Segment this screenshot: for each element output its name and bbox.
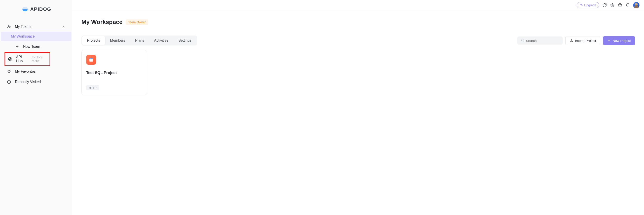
tabs: Projects Members Plans Activities Settin…: [82, 36, 197, 46]
svg-point-8: [521, 39, 523, 41]
project-icon: [86, 55, 96, 65]
tab-members[interactable]: Members: [105, 36, 130, 45]
search-box[interactable]: [517, 37, 562, 45]
sidebar-item-favorites[interactable]: My Favorites: [2, 67, 70, 77]
project-name: Test SQL Project: [86, 71, 142, 75]
new-team-label: New Team: [23, 45, 40, 49]
sidebar-item-recent[interactable]: Recently Visited: [2, 77, 70, 87]
main: Upgrade: [72, 0, 644, 215]
logo-icon: [21, 7, 29, 12]
svg-point-5: [612, 5, 613, 6]
sidebar-item-api-hub[interactable]: API Hub Explore More: [4, 52, 50, 66]
api-hub-hint: Explore More: [32, 56, 47, 63]
star-icon: [7, 69, 11, 74]
compass-icon: [8, 57, 12, 61]
new-project-button[interactable]: New Project: [603, 36, 635, 45]
sidebar-my-teams[interactable]: My Teams: [2, 22, 70, 31]
help-icon[interactable]: [618, 3, 622, 8]
sidebar-item-new-team[interactable]: New Team: [2, 42, 70, 52]
topbar: Upgrade: [72, 0, 644, 11]
people-icon: [7, 25, 11, 29]
tab-settings[interactable]: Settings: [174, 36, 196, 45]
logo[interactable]: APIDOG: [0, 6, 72, 12]
plus-icon: [15, 44, 20, 49]
owner-badge: Team Owner: [126, 20, 148, 25]
recent-label: Recently Visited: [15, 80, 41, 84]
favorites-label: My Favorites: [15, 70, 36, 74]
sidebar-item-workspace[interactable]: My Workspace: [1, 32, 72, 41]
svg-point-2: [10, 26, 10, 27]
svg-rect-11: [90, 58, 90, 59]
sidebar: APIDOG My Teams M: [0, 0, 72, 215]
upgrade-button[interactable]: Upgrade: [576, 2, 599, 8]
workspace-label: My Workspace: [11, 34, 35, 39]
svg-point-1: [8, 25, 9, 27]
api-hub-label: API Hub: [16, 55, 27, 63]
svg-point-3: [8, 58, 12, 61]
tab-plans[interactable]: Plans: [130, 36, 149, 45]
tab-activities[interactable]: Activities: [149, 36, 174, 45]
new-project-label: New Project: [612, 39, 631, 43]
clock-icon: [7, 80, 11, 84]
project-card[interactable]: Test SQL Project HTTP: [82, 50, 147, 95]
page-title: My Workspace: [82, 19, 122, 26]
plus-icon: [607, 39, 611, 43]
avatar[interactable]: [633, 2, 640, 8]
search-input[interactable]: [526, 39, 560, 43]
import-label: Import Project: [575, 39, 596, 43]
import-project-button[interactable]: Import Project: [565, 36, 600, 45]
tab-projects[interactable]: Projects: [82, 36, 105, 45]
refresh-icon[interactable]: [602, 3, 607, 8]
my-teams-label: My Teams: [15, 25, 32, 29]
settings-icon[interactable]: [610, 3, 614, 8]
brand-text: APIDOG: [30, 6, 51, 12]
upgrade-label: Upgrade: [584, 4, 596, 7]
import-icon: [570, 39, 573, 43]
bell-icon[interactable]: [626, 3, 630, 8]
svg-rect-10: [89, 58, 93, 59]
sparkle-icon: [580, 3, 583, 7]
svg-rect-12: [92, 58, 92, 59]
search-icon: [520, 38, 524, 43]
project-type-badge: HTTP: [86, 85, 99, 90]
chevron-up-icon: [62, 25, 66, 29]
